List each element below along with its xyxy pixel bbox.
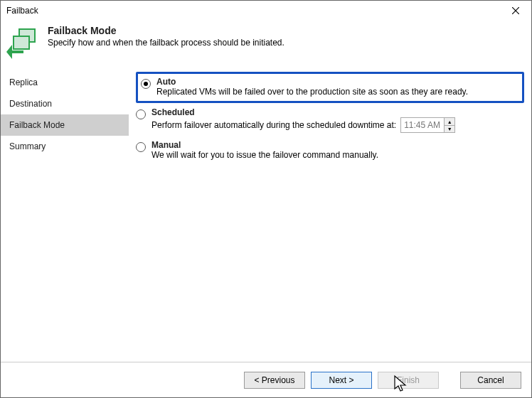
- sidebar-item-label: Failback Mode: [9, 120, 65, 130]
- time-input-wrapper: ▲ ▼: [400, 117, 455, 133]
- previous-button[interactable]: < Previous: [244, 372, 305, 389]
- spinner-up-button[interactable]: ▲: [445, 118, 454, 125]
- sidebar-item-destination[interactable]: Destination: [1, 93, 129, 114]
- scheduled-time-input[interactable]: [401, 118, 444, 132]
- failback-icon: [6, 26, 41, 60]
- option-scheduled-label: Scheduled: [151, 107, 524, 117]
- titlebar: Failback: [1, 1, 531, 21]
- wizard-sidebar: Replica Destination Failback Mode Summar…: [1, 66, 129, 362]
- next-button[interactable]: Next >: [311, 372, 372, 389]
- finish-button[interactable]: Finish: [378, 372, 439, 389]
- option-manual-label: Manual: [151, 140, 524, 150]
- page-title: Failback Mode: [48, 25, 284, 36]
- wizard-footer: < Previous Next > Finish Cancel: [1, 362, 531, 397]
- sidebar-item-label: Summary: [9, 141, 46, 151]
- option-manual-desc: We will wait for you to issue the failov…: [151, 150, 524, 160]
- time-spinner: ▲ ▼: [444, 118, 454, 132]
- close-button[interactable]: [504, 3, 527, 18]
- option-auto-label: Auto: [156, 77, 518, 87]
- option-auto-desc: Replicated VMs will be failed over to th…: [156, 87, 518, 97]
- radio-manual[interactable]: [136, 142, 146, 152]
- radio-scheduled[interactable]: [136, 109, 146, 119]
- svg-rect-3: [14, 36, 29, 49]
- option-scheduled-desc: Perform failover automatically during th…: [151, 120, 396, 130]
- sidebar-item-summary[interactable]: Summary: [1, 136, 129, 157]
- sidebar-item-label: Destination: [9, 99, 52, 109]
- cancel-button[interactable]: Cancel: [460, 372, 521, 389]
- wizard-header: Failback Mode Specify how and when the f…: [1, 21, 531, 68]
- sidebar-item-failback-mode[interactable]: Failback Mode: [1, 114, 129, 136]
- window-title: Failback: [6, 6, 38, 16]
- wizard-main: Auto Replicated VMs will be failed over …: [129, 66, 531, 362]
- sidebar-item-label: Replica: [9, 77, 38, 87]
- sidebar-item-replica[interactable]: Replica: [1, 72, 129, 93]
- page-subtitle: Specify how and when the failback proces…: [48, 38, 284, 48]
- highlighted-option: Auto Replicated VMs will be failed over …: [136, 72, 524, 103]
- spinner-down-button[interactable]: ▼: [445, 125, 454, 132]
- radio-auto[interactable]: [141, 79, 151, 89]
- close-icon: [512, 7, 519, 14]
